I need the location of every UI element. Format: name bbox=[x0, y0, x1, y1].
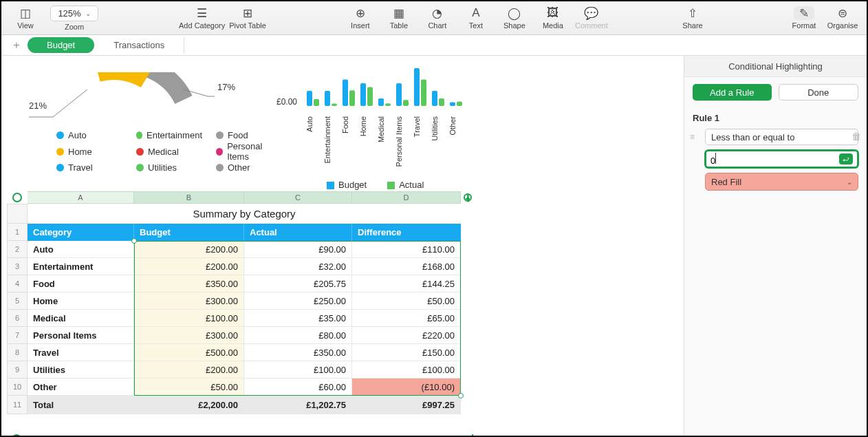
col-B[interactable]: B bbox=[134, 191, 244, 204]
th-budget[interactable]: Budget bbox=[134, 224, 244, 241]
share-button[interactable]: ⇧Share bbox=[675, 6, 710, 30]
style-select[interactable]: Red Fill⌄ bbox=[705, 173, 858, 191]
cell-diff[interactable]: £144.25 bbox=[352, 275, 461, 292]
text-button[interactable]: AText bbox=[459, 6, 493, 30]
delete-rule-button[interactable]: 🗑 bbox=[851, 131, 861, 142]
canvas[interactable]: 21% 17% AutoEntertainmentFoodHomeMedical… bbox=[1, 56, 684, 437]
resize-corner[interactable] bbox=[464, 434, 473, 437]
svg-rect-17 bbox=[385, 103, 391, 106]
cell-budget[interactable]: £200.00 bbox=[134, 258, 244, 275]
media-button[interactable]: 🖼Media bbox=[536, 6, 570, 30]
drag-handle-icon[interactable]: ≡ bbox=[690, 132, 693, 142]
cell-diff[interactable]: (£10.00) bbox=[352, 379, 461, 396]
cell-budget[interactable]: £200.00 bbox=[134, 241, 244, 258]
cell-diff[interactable]: £65.00 bbox=[352, 310, 461, 327]
row-4[interactable]: 4 bbox=[7, 275, 28, 292]
organise-button[interactable]: ⊜Organise bbox=[825, 6, 860, 30]
cell-cat[interactable]: Medical bbox=[28, 310, 134, 327]
th-actual[interactable]: Actual bbox=[244, 224, 352, 241]
cell-cat[interactable]: Entertainment bbox=[28, 258, 134, 275]
row-10[interactable]: 10 bbox=[7, 379, 28, 396]
th-difference[interactable]: Difference bbox=[352, 224, 461, 241]
cell-actual[interactable]: £100.00 bbox=[244, 361, 352, 379]
svg-text:Home: Home bbox=[359, 116, 367, 136]
svg-text:Food: Food bbox=[341, 116, 349, 134]
cell-cat[interactable]: Other bbox=[28, 379, 134, 396]
row-9[interactable]: 9 bbox=[7, 361, 28, 379]
cell-budget[interactable]: £300.00 bbox=[134, 292, 244, 310]
add-sheet-button[interactable]: + bbox=[6, 39, 28, 52]
cell-diff[interactable]: £100.00 bbox=[352, 361, 461, 379]
col-A[interactable]: A bbox=[28, 191, 134, 204]
condition-value-input[interactable]: 0 ⮐ bbox=[705, 150, 858, 168]
cell-actual[interactable]: £35.00 bbox=[244, 310, 352, 327]
svg-text:Entertainment: Entertainment bbox=[323, 116, 332, 163]
shape-button[interactable]: ◯Shape bbox=[497, 6, 532, 30]
cell-budget[interactable]: £300.00 bbox=[134, 327, 244, 344]
cell-cat[interactable]: Food bbox=[28, 275, 134, 292]
cell-actual[interactable]: £250.00 bbox=[244, 292, 352, 310]
tab-budget[interactable]: Budget bbox=[28, 37, 94, 53]
chart-button[interactable]: ◔Chart bbox=[420, 6, 455, 30]
done-button[interactable]: Done bbox=[779, 84, 859, 100]
cell-actual[interactable]: £90.00 bbox=[244, 241, 352, 258]
col-D[interactable]: D bbox=[352, 191, 461, 204]
cell-cat[interactable]: Utilities bbox=[28, 361, 134, 379]
col-C[interactable]: C bbox=[244, 191, 352, 204]
row-7[interactable]: 7 bbox=[7, 327, 28, 344]
cell-cat[interactable]: Home bbox=[28, 292, 134, 310]
table-button[interactable]: ▦Table bbox=[382, 6, 416, 30]
add-column-button[interactable]: ‖ bbox=[461, 191, 475, 204]
cell-actual[interactable]: £32.00 bbox=[244, 258, 352, 275]
cell-cat[interactable]: Personal Items bbox=[28, 327, 134, 344]
cell-total-diff[interactable]: £997.25 bbox=[352, 396, 461, 414]
add-category-button[interactable]: ☰Add Category bbox=[179, 6, 225, 30]
cell-cat[interactable]: Auto bbox=[28, 241, 134, 258]
legend-item: Medical bbox=[136, 141, 202, 162]
cell-diff[interactable]: £150.00 bbox=[352, 344, 461, 361]
add-rule-button[interactable]: Add a Rule bbox=[693, 84, 772, 100]
selection-handle-br[interactable] bbox=[458, 393, 464, 398]
row-3[interactable]: 3 bbox=[7, 258, 28, 275]
row-5[interactable]: 5 bbox=[7, 292, 28, 310]
row-gutter[interactable] bbox=[7, 204, 28, 224]
select-all-ring[interactable] bbox=[7, 191, 28, 204]
svg-text:Travel: Travel bbox=[413, 116, 421, 137]
cell-budget[interactable]: £100.00 bbox=[134, 310, 244, 327]
cell-diff[interactable]: £168.00 bbox=[352, 258, 461, 275]
cell-diff[interactable]: £110.00 bbox=[352, 241, 461, 258]
cell-actual[interactable]: £350.00 bbox=[244, 344, 352, 361]
insert-button[interactable]: ⊕Insert bbox=[343, 6, 378, 30]
selection-handle-tl[interactable] bbox=[131, 238, 137, 244]
tab-transactions[interactable]: Transactions bbox=[94, 37, 184, 53]
cell-total-cat[interactable]: Total bbox=[28, 396, 134, 414]
cell-diff[interactable]: £220.00 bbox=[352, 327, 461, 344]
cell-actual[interactable]: £60.00 bbox=[244, 379, 352, 396]
cell-budget[interactable]: £200.00 bbox=[134, 361, 244, 379]
cell-actual[interactable]: £80.00 bbox=[244, 327, 352, 344]
zoom-control[interactable]: 125%⌄ Zoom bbox=[47, 6, 102, 31]
legend-item: Food bbox=[216, 130, 282, 140]
row-2[interactable]: 2 bbox=[7, 241, 28, 258]
cell-actual[interactable]: £205.75 bbox=[244, 275, 352, 292]
legend-item: Utilities bbox=[136, 162, 202, 173]
cell-budget[interactable]: £500.00 bbox=[134, 344, 244, 361]
chevron-down-icon: ⌄ bbox=[85, 10, 91, 17]
condition-select[interactable]: Less than or equal to bbox=[705, 129, 858, 145]
row-1[interactable]: 1 bbox=[7, 224, 28, 241]
cell-total-actual[interactable]: £1,202.75 bbox=[244, 396, 352, 414]
cell-reference-icon[interactable]: ⮐ bbox=[839, 153, 853, 164]
pivot-button[interactable]: ⊞Pivot Table bbox=[229, 6, 266, 30]
row-11[interactable]: 11 bbox=[7, 396, 28, 414]
cell-budget[interactable]: £350.00 bbox=[134, 275, 244, 292]
cell-budget[interactable]: £50.00 bbox=[134, 379, 244, 396]
formula-ring[interactable] bbox=[11, 434, 22, 437]
view-button[interactable]: ◫View bbox=[8, 6, 43, 30]
cell-diff[interactable]: £50.00 bbox=[352, 292, 461, 310]
row-8[interactable]: 8 bbox=[7, 344, 28, 361]
cell-cat[interactable]: Travel bbox=[28, 344, 134, 361]
format-button[interactable]: ✎Format bbox=[787, 6, 821, 30]
th-category[interactable]: Category bbox=[28, 224, 134, 241]
cell-total-budget[interactable]: £2,200.00 bbox=[134, 396, 244, 414]
row-6[interactable]: 6 bbox=[7, 310, 28, 327]
